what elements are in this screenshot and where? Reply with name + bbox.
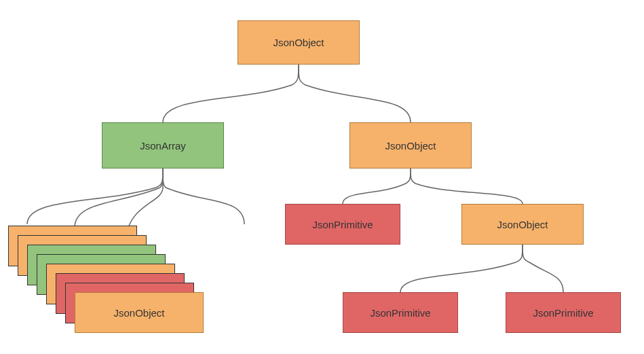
right-jsonobject-l3: JsonObject [461, 204, 584, 245]
json-primitive-l4b-label: JsonPrimitive [533, 307, 593, 319]
array-front-jsonobject: JsonObject [75, 292, 204, 333]
json-array: JsonArray [102, 122, 224, 169]
root-label: JsonObject [273, 37, 324, 48]
json-primitive-l4a-label: JsonPrimitive [370, 307, 430, 319]
json-array-label: JsonArray [140, 140, 186, 152]
root-jsonobject: JsonObject [238, 20, 360, 65]
right-jsonobject-l2: JsonObject [349, 122, 472, 169]
array-front-label: JsonObject [113, 307, 164, 319]
json-primitive-l3-label: JsonPrimitive [312, 219, 373, 230]
right-jsonobject-l3-label: JsonObject [497, 219, 548, 230]
json-primitive-l4b: JsonPrimitive [506, 292, 621, 333]
right-jsonobject-l2-label: JsonObject [385, 140, 436, 152]
json-primitive-l4a: JsonPrimitive [343, 292, 458, 333]
json-primitive-l3: JsonPrimitive [285, 204, 400, 245]
